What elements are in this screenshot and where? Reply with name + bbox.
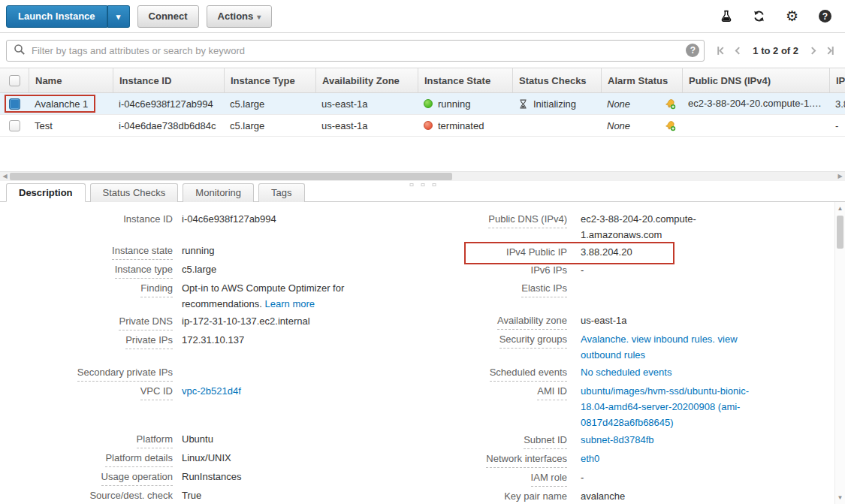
field-value: Linux/UNIX — [182, 452, 231, 463]
description-field: Subnet ID subnet-8d3784fb — [421, 432, 826, 449]
select-all-checkbox[interactable] — [9, 75, 20, 86]
field-value[interactable]: eth0 — [581, 453, 599, 464]
column-header[interactable]: Availability Zone — [315, 68, 418, 92]
column-header[interactable]: Instance State — [418, 68, 512, 92]
cell-instance-state: running — [418, 93, 512, 114]
description-field: IPv6 IPs - — [421, 262, 826, 279]
ec2-console: Launch Instance ▾ Connect Actions▾ ⚙ ? ? — [0, 0, 845, 504]
column-header[interactable]: IPv4 Public IP — [829, 68, 845, 92]
column-header[interactable]: Instance Type — [224, 68, 315, 92]
field-value: us-east-1a — [581, 315, 626, 326]
field-value: RunInstances — [182, 471, 242, 482]
cell-public-ip: - — [829, 115, 845, 136]
description-panel: Instance ID i-04c6e938f127ab994 Instance… — [0, 202, 845, 504]
cell-instance-state: terminated — [418, 115, 512, 136]
connect-button[interactable]: Connect — [137, 5, 199, 28]
column-header[interactable]: Public DNS (IPv4) — [682, 68, 829, 92]
description-field: Public DNS (IPv4) ec2-3-88-204-20.comput… — [421, 211, 826, 243]
refresh-icon[interactable] — [753, 8, 765, 25]
chevron-down-icon: ▾ — [116, 12, 121, 21]
launch-instance-split-button: Launch Instance ▾ — [6, 5, 130, 28]
row-checkbox[interactable] — [9, 120, 20, 131]
column-header[interactable]: Name — [29, 68, 113, 92]
description-field: Key pair name avalanche — [421, 488, 826, 504]
cell-availability-zone: us-east-1a — [315, 115, 418, 136]
scroll-up-arrow-icon[interactable]: ▲ — [835, 204, 845, 213]
cell-availability-zone: us-east-1a — [315, 93, 418, 114]
field-value[interactable]: Avalanche. view inbound rules. view outb… — [581, 333, 738, 361]
description-field: Instance ID i-04c6e938f127ab994 — [0, 211, 421, 228]
column-header[interactable]: Alarm Status — [601, 68, 682, 92]
help-icon[interactable]: ? — [819, 8, 831, 25]
description-field: AMI ID ubuntu/images/hvm-ssd/ubuntu-bion… — [421, 383, 826, 430]
tab[interactable]: Monitoring — [183, 183, 254, 202]
create-alarm-bell-icon[interactable] — [665, 120, 676, 131]
field-value: Opt-in to AWS Compute Optimizer for reco… — [182, 282, 344, 309]
row-checkbox[interactable] — [9, 98, 20, 110]
search-icon — [14, 44, 26, 58]
experiments-beaker-icon[interactable] — [720, 8, 732, 25]
field-label: Security groups — [499, 331, 567, 349]
field-value: 172.31.10.137 — [182, 334, 244, 346]
field-label: Network interfaces — [486, 451, 567, 468]
description-field: Elastic IPs — [421, 280, 826, 297]
description-field: Secondary private IPs — [0, 364, 421, 382]
field-value-link[interactable]: Learn more — [265, 298, 315, 309]
filter-help-icon[interactable]: ? — [686, 44, 699, 57]
scroll-left-arrow-icon[interactable]: ◀ — [0, 172, 10, 181]
field-value[interactable]: subnet-8d3784fb — [581, 434, 654, 445]
next-page-button[interactable] — [810, 46, 817, 56]
field-value[interactable]: ubuntu/images/hvm-ssd/ubuntu-bionic-18.0… — [581, 385, 749, 428]
launch-instance-dropdown-button[interactable]: ▾ — [107, 5, 130, 28]
tab[interactable]: Description — [6, 183, 86, 202]
description-field: Private IPs 172.31.10.137 — [0, 332, 421, 349]
field-value[interactable]: No scheduled events — [581, 367, 671, 378]
field-value[interactable]: vpc-2b521d4f — [182, 385, 241, 397]
cell-instance-type: c5.large — [224, 115, 315, 136]
horizontal-scrollbar[interactable]: ◀ ▶ — [0, 171, 845, 181]
settings-gear-icon[interactable]: ⚙ — [786, 8, 798, 25]
column-header[interactable]: Status Checks — [512, 68, 601, 92]
field-label: Usage operation — [101, 469, 173, 486]
field-label: Platform — [137, 431, 173, 448]
field-value: avalanche — [581, 490, 625, 502]
create-alarm-bell-icon[interactable] — [665, 98, 676, 110]
cell-instance-id: i-04e6dae738db6d84c — [113, 115, 224, 136]
description-field: Instance type c5.large — [0, 261, 421, 279]
vertical-scrollbar-thumb[interactable] — [837, 216, 843, 249]
field-value: i-04c6e938f127ab994 — [182, 213, 276, 225]
field-label: Key pair name — [504, 488, 567, 504]
instance-row[interactable]: Avalanche 1 i-04c6e938f127ab994 c5.large… — [0, 93, 845, 115]
description-field: Scheduled events No scheduled events — [421, 364, 826, 382]
field-label: VPC ID — [140, 383, 173, 400]
filter-input[interactable] — [32, 45, 686, 56]
cell-name: Avalanche 1 — [29, 93, 113, 114]
scroll-right-arrow-icon[interactable]: ▶ — [835, 172, 845, 181]
panel-resize-handle[interactable] — [409, 183, 436, 186]
column-header[interactable]: Instance ID — [113, 68, 224, 92]
cell-public-dns — [682, 115, 829, 136]
field-label: AMI ID — [537, 383, 567, 400]
scroll-down-arrow-icon[interactable]: ▼ — [835, 493, 845, 502]
first-page-button[interactable] — [717, 46, 725, 56]
last-page-button[interactable] — [826, 46, 834, 56]
previous-page-button[interactable] — [734, 46, 741, 56]
instance-row[interactable]: Test i-04e6dae738db6d84c c5.large us-eas… — [0, 115, 845, 137]
cell-instance-id: i-04c6e938f127ab994 — [113, 93, 224, 114]
state-dot-icon — [424, 121, 433, 130]
horizontal-scrollbar-thumb[interactable] — [10, 173, 452, 180]
field-label: Source/dest. check — [89, 487, 173, 504]
cell-alarm-status: None — [601, 93, 682, 114]
tab[interactable]: Tags — [258, 183, 304, 202]
description-field: Source/dest. check True — [0, 487, 421, 504]
cell-instance-type: c5.large — [224, 93, 315, 114]
launch-instance-button[interactable]: Launch Instance — [6, 5, 107, 28]
cell-alarm-status: None — [601, 115, 682, 136]
field-value: - — [581, 472, 584, 483]
toolbar: Launch Instance ▾ Connect Actions▾ ⚙ ? — [0, 0, 845, 33]
field-value: True — [182, 490, 201, 501]
filter-search-box: ? — [6, 40, 705, 62]
tab[interactable]: Status Checks — [90, 183, 179, 202]
actions-button[interactable]: Actions▾ — [207, 5, 273, 28]
vertical-scrollbar[interactable]: ▲ ▼ — [834, 202, 845, 504]
